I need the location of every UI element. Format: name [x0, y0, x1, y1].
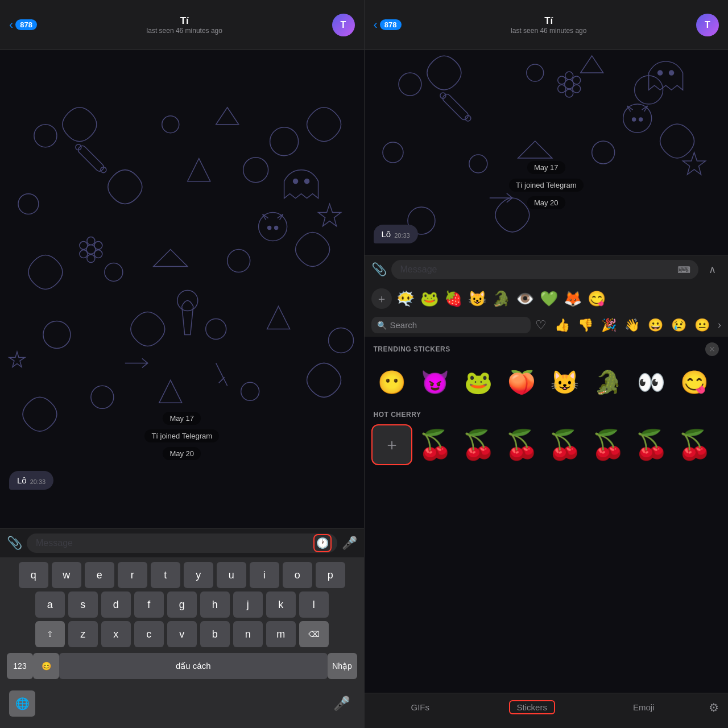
- key-n[interactable]: n: [233, 621, 263, 647]
- stickers-tab-label: Stickers: [509, 700, 555, 714]
- right-keyboard-button[interactable]: ⌨: [675, 260, 693, 279]
- sticker-thumb-2[interactable]: 🐸: [419, 288, 440, 309]
- key-y[interactable]: y: [184, 562, 213, 588]
- trending-sticker-5[interactable]: 😺: [544, 362, 585, 403]
- svg-point-44: [572, 85, 580, 93]
- mic-keyboard-icon[interactable]: 🎤: [329, 690, 355, 717]
- trending-sticker-3[interactable]: 🐸: [458, 362, 499, 403]
- right-avatar[interactable]: T: [696, 14, 719, 36]
- sticker-settings-icon[interactable]: ⚙: [700, 701, 728, 714]
- gifs-tab[interactable]: GIFs: [365, 700, 477, 714]
- key-emoji[interactable]: 😊: [33, 653, 59, 679]
- left-mic-icon[interactable]: 🎤: [342, 536, 357, 551]
- svg-point-19: [87, 237, 95, 245]
- key-k[interactable]: k: [266, 592, 296, 618]
- smile-icon[interactable]: 😀: [648, 318, 663, 333]
- trending-sticker-7[interactable]: 👀: [631, 362, 672, 403]
- sticker-thumb-9[interactable]: 😋: [586, 288, 607, 309]
- wave-icon[interactable]: 👋: [624, 318, 640, 333]
- key-r[interactable]: r: [118, 562, 147, 588]
- heart-icon[interactable]: ♡: [535, 318, 547, 333]
- key-space[interactable]: dấu cách: [59, 653, 328, 679]
- key-d[interactable]: d: [101, 592, 131, 618]
- key-u[interactable]: u: [217, 562, 246, 588]
- hot-cherry-add-button[interactable]: ＋: [371, 424, 412, 465]
- key-x[interactable]: x: [101, 621, 131, 647]
- svg-point-20: [94, 242, 102, 250]
- key-123[interactable]: 123: [7, 653, 33, 679]
- trending-sticker-1[interactable]: 😶: [371, 362, 412, 403]
- sticker-thumb-3[interactable]: 🍓: [443, 288, 464, 309]
- right-back-badge[interactable]: 878: [380, 19, 402, 30]
- left-back-badge[interactable]: 878: [15, 19, 37, 30]
- key-m[interactable]: m: [266, 621, 296, 647]
- neutral-icon[interactable]: 😐: [694, 318, 710, 333]
- key-q[interactable]: q: [19, 562, 48, 588]
- hot-cherry-sticker-2[interactable]: 🍒: [458, 424, 499, 465]
- left-message-input[interactable]: Message 🕐: [27, 533, 337, 553]
- key-c[interactable]: c: [134, 621, 164, 647]
- hot-cherry-sticker-6[interactable]: 🍒: [631, 424, 672, 465]
- left-avatar[interactable]: T: [332, 14, 355, 36]
- left-emoji-clock-button[interactable]: 🕐: [313, 534, 332, 552]
- left-chat-header: ‹ 878 Tí last seen 46 minutes ago T: [0, 0, 364, 50]
- key-v[interactable]: v: [167, 621, 197, 647]
- key-a[interactable]: a: [35, 592, 65, 618]
- key-o[interactable]: o: [283, 562, 312, 588]
- key-g[interactable]: g: [167, 592, 197, 618]
- svg-point-16: [268, 226, 271, 230]
- key-b[interactable]: b: [200, 621, 230, 647]
- sticker-thumb-8[interactable]: 🦊: [562, 288, 583, 309]
- thumbs-up-icon[interactable]: 👍: [555, 318, 570, 333]
- key-j[interactable]: j: [233, 592, 263, 618]
- right-message-input[interactable]: Message ⌨: [391, 260, 699, 279]
- right-attach-icon[interactable]: 📎: [371, 262, 387, 277]
- more-icon[interactable]: ›: [718, 319, 721, 331]
- key-s[interactable]: s: [68, 592, 98, 618]
- key-z[interactable]: z: [68, 621, 98, 647]
- stickers-tab[interactable]: Stickers: [476, 700, 588, 714]
- key-p[interactable]: p: [316, 562, 345, 588]
- right-expand-button[interactable]: ∧: [703, 260, 721, 279]
- sticker-thumb-1[interactable]: 😶‍🌫️: [395, 288, 416, 309]
- trending-sticker-4[interactable]: 🍑: [501, 362, 542, 403]
- hot-cherry-sticker-5[interactable]: 🍒: [588, 424, 628, 465]
- sticker-search-input[interactable]: 🔍 Search: [371, 317, 531, 333]
- key-l[interactable]: l: [299, 592, 329, 618]
- left-back-button[interactable]: ‹ 878: [9, 18, 37, 32]
- hot-cherry-sticker-4[interactable]: 🍒: [544, 424, 585, 465]
- key-f[interactable]: f: [134, 592, 164, 618]
- svg-point-22: [87, 255, 95, 263]
- hot-cherry-sticker-7[interactable]: 🍒: [674, 424, 715, 465]
- right-system-msg-date2: May 20: [527, 196, 565, 209]
- hot-cherry-sticker-1[interactable]: 🍒: [415, 424, 456, 465]
- key-w[interactable]: w: [52, 562, 81, 588]
- party-icon[interactable]: 🎉: [601, 318, 617, 333]
- key-e[interactable]: e: [85, 562, 114, 588]
- sticker-thumb-6[interactable]: 👁️: [515, 288, 535, 309]
- svg-point-10: [91, 386, 114, 408]
- right-chat-name: Tí: [406, 15, 692, 27]
- thumbs-down-icon[interactable]: 👎: [578, 318, 593, 333]
- trending-close-button[interactable]: ×: [705, 342, 719, 356]
- globe-icon[interactable]: 🌐: [9, 690, 35, 717]
- left-attach-icon[interactable]: 📎: [7, 536, 22, 551]
- key-shift[interactable]: ⇧: [35, 621, 65, 647]
- sad-icon[interactable]: 😢: [671, 318, 686, 333]
- key-i[interactable]: i: [250, 562, 279, 588]
- key-h[interactable]: h: [200, 592, 230, 618]
- svg-point-42: [565, 72, 573, 80]
- key-enter[interactable]: Nhập: [328, 653, 357, 679]
- sticker-thumb-5[interactable]: 🐊: [491, 288, 511, 309]
- key-t[interactable]: t: [151, 562, 180, 588]
- key-backspace[interactable]: ⌫: [299, 621, 329, 647]
- trending-sticker-2[interactable]: 😈: [415, 362, 456, 403]
- sticker-thumb-7[interactable]: 💚: [539, 288, 559, 309]
- trending-sticker-6[interactable]: 🐊: [588, 362, 628, 403]
- add-sticker-button[interactable]: ＋: [371, 288, 392, 309]
- sticker-thumb-4[interactable]: 😺: [467, 288, 487, 309]
- trending-sticker-8[interactable]: 😋: [674, 362, 715, 403]
- right-back-button[interactable]: ‹ 878: [374, 18, 402, 32]
- emoji-tab[interactable]: Emoji: [588, 700, 700, 714]
- hot-cherry-sticker-3[interactable]: 🍒: [501, 424, 542, 465]
